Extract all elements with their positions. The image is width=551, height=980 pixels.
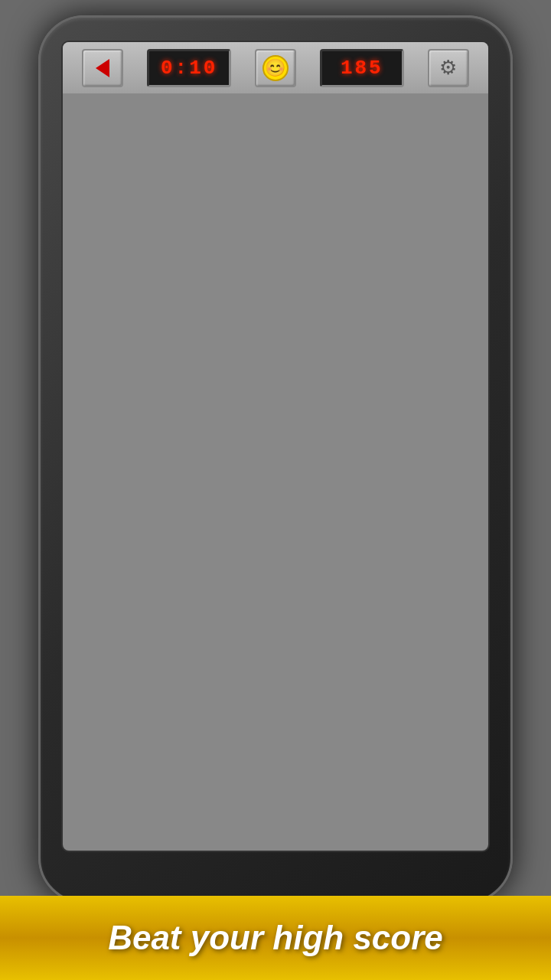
game-toolbar: 0:10 😊 185 ⚙ xyxy=(63,42,488,96)
gear-icon: ⚙ xyxy=(439,56,457,80)
arrow-left-icon xyxy=(96,59,109,77)
smiley-icon: 😊 xyxy=(262,55,289,81)
bottom-banner: Beat your high score xyxy=(0,896,551,980)
back-button[interactable] xyxy=(82,49,123,87)
smiley-button[interactable]: 😊 xyxy=(255,49,296,87)
banner-text: Beat your high score xyxy=(108,919,443,957)
phone-shell: 0:10 😊 185 ⚙ xyxy=(38,15,513,903)
settings-button[interactable]: ⚙ xyxy=(428,49,469,87)
mines-display: 185 xyxy=(320,49,404,87)
phone-screen: 0:10 😊 185 ⚙ xyxy=(61,41,490,852)
timer-display: 0:10 xyxy=(147,49,231,87)
